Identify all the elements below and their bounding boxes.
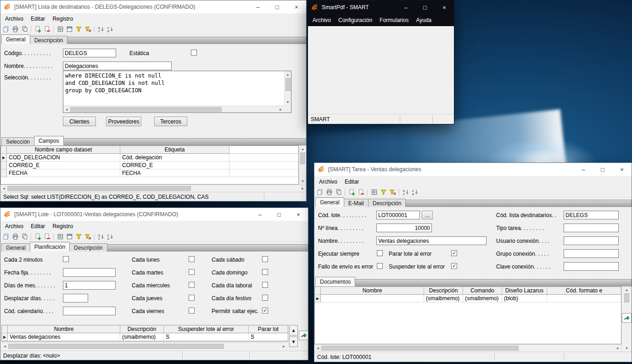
- tipo-tarea-input[interactable]: [564, 224, 619, 232]
- cod-lista-destinatarios-input[interactable]: [564, 211, 619, 219]
- menu-archivo[interactable]: Archivo: [315, 177, 341, 186]
- scroll-down-icon[interactable]: ▼: [299, 178, 306, 185]
- scroll-up-icon[interactable]: ▲: [299, 146, 306, 152]
- tab-general[interactable]: General: [1, 34, 30, 44]
- sort-za-icon[interactable]: [411, 188, 419, 196]
- copy-icon[interactable]: [20, 25, 28, 34]
- sql-text[interactable]: where DIRECCION_E is not null and COD_DE…: [63, 71, 284, 106]
- tab-general[interactable]: General: [1, 243, 30, 252]
- new-icon[interactable]: [2, 233, 10, 241]
- cod-lote-lookup-button[interactable]: ...: [422, 211, 433, 219]
- scroll-left-icon[interactable]: ◄: [0, 185, 7, 192]
- cell[interactable]: Ventas delegaciones: [8, 333, 120, 341]
- column-header[interactable]: Parar lot: [249, 325, 288, 333]
- codigo-input[interactable]: [63, 49, 116, 57]
- delete-record-icon[interactable]: [43, 25, 51, 34]
- copy-icon[interactable]: [334, 188, 342, 196]
- cada-martes-checkbox[interactable]: [189, 269, 195, 275]
- column-header[interactable]: Comando: [463, 287, 502, 295]
- form-icon[interactable]: [65, 25, 73, 34]
- cell[interactable]: FECHA: [120, 169, 229, 177]
- grid-horizontal-scrollbar[interactable]: ◄ ►: [0, 185, 306, 192]
- datasheet-icon[interactable]: [56, 233, 64, 241]
- scroll-thumb[interactable]: [70, 107, 222, 112]
- delete-record-icon[interactable]: [357, 188, 365, 196]
- cada-2-minutos-checkbox[interactable]: [63, 256, 69, 262]
- menu-editar[interactable]: Editar: [27, 14, 49, 23]
- titlebar[interactable]: [SMART] Tarea - Ventas delegaciones – □ …: [314, 163, 632, 176]
- scroll-thumb[interactable]: [8, 344, 224, 349]
- titlebar[interactable]: [SMART] Lote - LOT000001-Ventas delegaci…: [0, 208, 308, 221]
- cell[interactable]: [321, 295, 424, 302]
- new-icon[interactable]: [2, 25, 10, 34]
- minimize-button[interactable]: –: [248, 0, 268, 13]
- column-header[interactable]: Nombre: [8, 325, 120, 333]
- maximize-button[interactable]: □: [268, 0, 287, 13]
- proveedores-button[interactable]: Proveedores: [106, 117, 141, 126]
- column-header[interactable]: Etiqueta: [120, 146, 229, 154]
- grid-horizontal-scrollbar[interactable]: ◄ ►: [1, 342, 287, 349]
- sort-az-icon[interactable]: [97, 25, 105, 34]
- menu-registro[interactable]: Registro: [49, 222, 77, 231]
- column-header[interactable]: Nombre: [321, 287, 424, 295]
- tab-campos[interactable]: Campos: [34, 136, 64, 146]
- menu-editar[interactable]: Editar: [27, 222, 49, 231]
- parar-lote-checkbox[interactable]: ✓: [451, 250, 457, 256]
- menu-archivo[interactable]: Archivo: [1, 14, 27, 23]
- suspender-lote-checkbox[interactable]: ✓: [451, 263, 457, 269]
- maximize-button[interactable]: □: [593, 163, 612, 176]
- cell[interactable]: FECHA: [7, 169, 120, 177]
- filter-icon[interactable]: [379, 188, 387, 196]
- scroll-thumb[interactable]: [285, 78, 291, 91]
- cell[interactable]: Cód. delegación: [120, 154, 229, 162]
- cada-sabado-checkbox[interactable]: [262, 256, 268, 262]
- clave-conexion-input[interactable]: [564, 262, 619, 271]
- scroll-thumb[interactable]: [7, 186, 191, 191]
- cell[interactable]: (blob): [502, 295, 547, 302]
- open-task-button[interactable]: [299, 330, 308, 340]
- memo-horizontal-scrollbar[interactable]: ◄ ►: [63, 106, 284, 112]
- sort-za-icon[interactable]: [106, 233, 114, 241]
- documentos-grid[interactable]: Nombre Descripción Comando Diseño Lazaru…: [314, 286, 621, 344]
- cell[interactable]: (smaibmemo): [120, 333, 164, 341]
- seleccion-memo[interactable]: where DIRECCION_E is not null and COD_DE…: [63, 71, 291, 113]
- scroll-left-icon[interactable]: ◄: [63, 106, 70, 113]
- delete-record-icon[interactable]: [43, 233, 51, 241]
- cell[interactable]: (smaibmemo): [463, 295, 502, 302]
- cell[interactable]: CORREO_E: [120, 162, 229, 169]
- lotes-grid[interactable]: Nombre Descripción Suspender lote al err…: [1, 325, 288, 342]
- close-button[interactable]: ×: [612, 163, 632, 176]
- clientes-button[interactable]: Clientes: [63, 117, 96, 126]
- menu-formularios[interactable]: Formularios: [376, 16, 412, 25]
- insert-record-icon[interactable]: [347, 188, 356, 196]
- tab-descripcion[interactable]: Descripción: [368, 199, 406, 207]
- form-icon[interactable]: [65, 233, 73, 241]
- table-row[interactable]: CORREO_E CORREO_E: [1, 162, 298, 169]
- close-button[interactable]: ×: [287, 0, 306, 13]
- terceros-button[interactable]: Terceros: [154, 117, 187, 126]
- cada-lunes-checkbox[interactable]: [189, 256, 195, 262]
- column-header[interactable]: Descripción: [120, 325, 164, 333]
- cada-dia-laboral-checkbox[interactable]: [262, 282, 268, 288]
- print-icon[interactable]: [325, 188, 333, 196]
- print-icon[interactable]: [11, 25, 19, 34]
- close-button[interactable]: ×: [435, 0, 454, 14]
- minimize-button[interactable]: –: [250, 208, 269, 221]
- tab-documentos[interactable]: Documentos: [315, 277, 355, 286]
- scroll-thumb[interactable]: [300, 152, 305, 164]
- scroll-down-icon[interactable]: ▼: [285, 99, 291, 106]
- minimize-button[interactable]: –: [396, 0, 415, 14]
- column-header[interactable]: Descripción: [424, 287, 463, 295]
- grid-horizontal-scrollbar[interactable]: ◄ ►: [314, 344, 621, 352]
- cada-domingo-checkbox[interactable]: [262, 269, 268, 275]
- clear-filter-icon[interactable]: [84, 25, 92, 34]
- nombre-input[interactable]: [376, 236, 487, 245]
- desplazar-dias-input[interactable]: [63, 294, 88, 302]
- tab-planificacion[interactable]: Planificación: [30, 242, 70, 252]
- tab-descripcion[interactable]: Descripción: [30, 36, 68, 44]
- nombre-input[interactable]: [63, 62, 172, 70]
- menu-editar[interactable]: Editar: [341, 177, 363, 186]
- cell[interactable]: COD_DELEGACION: [7, 154, 120, 162]
- scroll-right-icon[interactable]: ►: [615, 345, 621, 352]
- column-header[interactable]: Cód. formato e: [547, 287, 621, 295]
